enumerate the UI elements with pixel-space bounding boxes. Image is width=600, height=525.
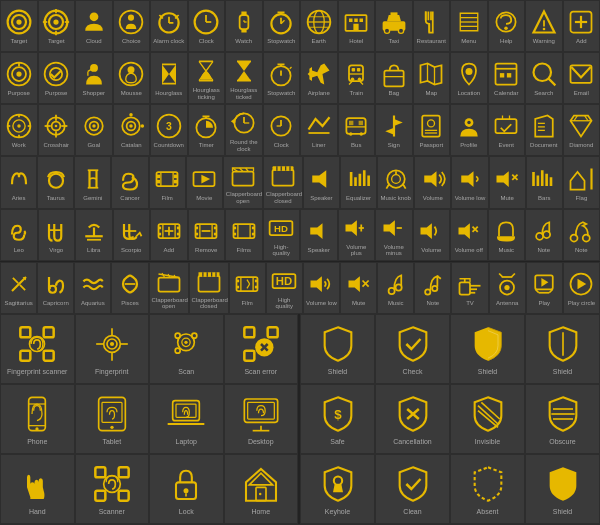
icon-watch: Watch <box>225 0 263 52</box>
icon-volume-plus: Volume plus <box>338 209 376 261</box>
icon-scanner: Scanner <box>75 454 150 524</box>
icon-catalan: Catalan <box>113 104 151 156</box>
icon-home: Home <box>224 454 299 524</box>
svg-rect-165 <box>157 172 178 186</box>
svg-point-43 <box>398 28 403 33</box>
icon-label: Target <box>10 38 27 45</box>
icon-cloud: Cloud <box>75 0 113 52</box>
svg-rect-230 <box>252 226 255 229</box>
svg-marker-205 <box>571 172 585 190</box>
svg-point-70 <box>128 66 135 73</box>
icon-keyhole: Keyhole <box>300 454 375 524</box>
icon-timer: Timer <box>188 104 226 156</box>
svg-rect-305 <box>21 351 31 361</box>
icon-blank23: Play <box>526 262 563 314</box>
icon-music-knob: Music knob <box>377 156 414 208</box>
icon-clock: Clock <box>188 0 226 52</box>
icon-blank14: Mute <box>489 156 526 208</box>
svg-point-56 <box>542 28 545 31</box>
icon-clapper-open2: Clapperboard open <box>149 262 189 314</box>
svg-marker-195 <box>424 171 436 187</box>
svg-rect-40 <box>354 24 359 31</box>
svg-point-84 <box>351 78 355 82</box>
svg-rect-306 <box>44 351 54 361</box>
svg-rect-44 <box>390 13 397 16</box>
svg-rect-255 <box>158 277 179 291</box>
svg-rect-168 <box>174 174 178 178</box>
svg-line-81 <box>290 67 292 69</box>
svg-point-316 <box>175 349 180 354</box>
icon-speaker: Speaker <box>303 156 340 208</box>
svg-marker-134 <box>231 119 235 124</box>
svg-point-191 <box>391 174 400 183</box>
icon-blank6: Calendar <box>488 52 526 104</box>
svg-rect-229 <box>233 233 236 236</box>
icon-safe: $ Safe <box>300 384 375 454</box>
svg-line-295 <box>512 274 516 278</box>
svg-point-160 <box>49 173 63 187</box>
svg-marker-242 <box>421 223 432 239</box>
icon-shield-clean: Clean <box>375 454 450 524</box>
svg-rect-220 <box>196 226 199 229</box>
icon-blank10: Event <box>488 104 526 156</box>
svg-rect-37 <box>349 19 353 23</box>
svg-line-252 <box>12 278 17 283</box>
icon-volume: Volume <box>414 156 451 208</box>
svg-marker-92 <box>421 64 442 85</box>
icon-tablet: Tablet <box>75 384 150 454</box>
svg-point-62 <box>16 72 21 77</box>
svg-rect-266 <box>237 277 258 291</box>
icon-blank3: Warning <box>525 0 563 52</box>
icon-scan: Scan <box>149 314 224 384</box>
svg-rect-96 <box>496 64 517 85</box>
svg-rect-99 <box>507 73 511 77</box>
svg-rect-39 <box>360 19 364 23</box>
icon-airplane: Airplane <box>300 52 338 104</box>
icon-clapper-closed: Clapperboard closed <box>263 156 303 208</box>
icon-blank21: TV <box>451 262 488 314</box>
icon-taxi: Taxi <box>375 0 413 52</box>
icon-music: Music <box>377 262 414 314</box>
svg-point-313 <box>185 341 188 344</box>
svg-rect-338 <box>118 468 128 478</box>
icon-crosshair: Crosshair <box>38 104 76 156</box>
icon-shield-check: Check <box>375 314 450 384</box>
svg-marker-173 <box>202 174 211 183</box>
icon-film: Film <box>149 156 186 208</box>
svg-rect-303 <box>21 328 31 338</box>
svg-point-359 <box>333 477 341 485</box>
icon-bus: Bus <box>338 104 376 156</box>
icon-film2: Film <box>229 262 266 314</box>
icon-mousse: Mousse <box>113 52 151 104</box>
svg-rect-228 <box>233 226 236 229</box>
icon-shield: Shield <box>300 314 375 384</box>
svg-point-85 <box>358 78 362 82</box>
svg-point-124 <box>130 113 134 117</box>
icon-sign: Sign <box>375 104 413 156</box>
svg-marker-278 <box>348 276 359 292</box>
icon-blank8: Email <box>563 52 601 104</box>
icon-hourglass: Hourglass <box>150 52 188 104</box>
svg-rect-140 <box>349 121 353 125</box>
icon-blank2: Help <box>488 0 526 52</box>
icon-clapper-closed2: Clapperboard closed <box>189 262 229 314</box>
icon-equalizer: Equalizer <box>340 156 377 208</box>
svg-point-5 <box>54 20 59 25</box>
svg-point-10 <box>89 13 98 22</box>
svg-point-143 <box>360 133 364 137</box>
svg-marker-302 <box>578 279 587 290</box>
icon-remove: Remove <box>188 209 226 261</box>
svg-rect-317 <box>244 328 254 338</box>
svg-marker-197 <box>497 171 509 187</box>
svg-line-273 <box>247 280 250 284</box>
icon-volume-low: Volume low <box>303 262 340 314</box>
svg-rect-212 <box>158 233 161 236</box>
svg-line-253 <box>19 285 24 290</box>
icon-hotel: Hotel <box>338 0 376 52</box>
icon-taurus: Taurus <box>37 156 74 208</box>
icon-hourglass2: Hourglass ticking <box>188 52 226 104</box>
icon-leo: Leo <box>0 209 38 261</box>
svg-point-326 <box>36 428 39 431</box>
svg-rect-211 <box>158 226 161 229</box>
icon-shopper: Shopper <box>75 52 113 104</box>
